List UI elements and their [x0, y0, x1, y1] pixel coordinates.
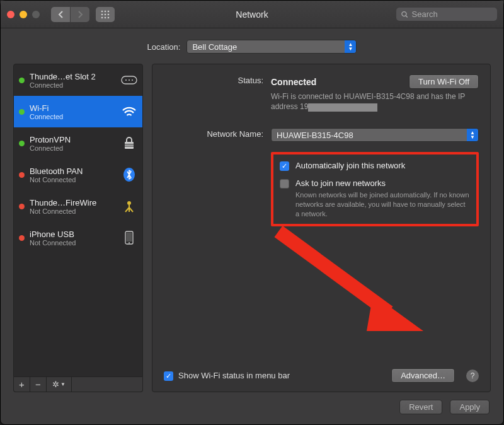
- remove-service-button[interactable]: −: [30, 377, 47, 392]
- bottom-row: ✓ Show Wi-Fi status in menu bar Advanced…: [164, 368, 479, 383]
- ask-join-label: Ask to join new networks: [295, 178, 470, 188]
- wifi-toggle-button[interactable]: Turn Wi-Fi Off: [409, 74, 479, 89]
- arrow-annotation-icon: [266, 219, 430, 345]
- search-icon: [401, 11, 408, 18]
- ask-join-row[interactable]: Ask to join new networks Known networks …: [280, 178, 470, 219]
- status-description: Wi-Fi is connected to HUAWEI-B315-4C98 a…: [271, 91, 479, 112]
- auto-join-label: Automatically join this network: [295, 161, 405, 170]
- status-row: Status: Connected Turn Wi-Fi Off Wi-Fi i…: [164, 74, 479, 112]
- select-stepper-icon: ▲▼: [467, 129, 478, 141]
- sidebar-item-label: iPhone USB: [30, 230, 116, 239]
- forward-button: [71, 7, 89, 22]
- help-button[interactable]: ?: [466, 370, 479, 382]
- status-dot-icon: [19, 235, 25, 241]
- body: Thunde…et Slot 2 Connected Wi-Fi Connect…: [1, 64, 503, 392]
- svg-point-12: [125, 79, 127, 81]
- network-services-list: Thunde…et Slot 2 Connected Wi-Fi Connect…: [13, 64, 143, 377]
- sidebar-item-protonvpn[interactable]: ProtonVPN Connected: [14, 127, 142, 159]
- svg-point-5: [108, 13, 110, 15]
- status-dot-icon: [19, 204, 25, 209]
- apply-button[interactable]: Apply: [450, 400, 490, 414]
- firewire-icon: [121, 198, 137, 214]
- sidebar-item-label: Thunde…et Slot 2: [30, 72, 116, 81]
- status-dot-icon: [19, 78, 25, 83]
- sidebar-wrap: Thunde…et Slot 2 Connected Wi-Fi Connect…: [13, 64, 143, 392]
- sidebar-item-status: Not Connected: [30, 239, 116, 247]
- svg-point-9: [402, 11, 406, 16]
- network-name-value: HUAWEI-B315-4C98: [277, 131, 353, 140]
- status-dot-icon: [19, 172, 25, 178]
- show-menu-label: Show Wi-Fi status in menu bar: [178, 371, 290, 380]
- svg-rect-24: [127, 233, 132, 242]
- svg-point-2: [108, 10, 110, 12]
- minimize-window-button[interactable]: [20, 11, 27, 18]
- sidebar-item-label: ProtonVPN: [30, 135, 116, 144]
- ask-join-checkbox[interactable]: [280, 179, 289, 189]
- phone-icon: [121, 230, 137, 246]
- sidebar-item-status: Connected: [30, 144, 116, 152]
- auto-join-row[interactable]: ✓ Automatically join this network: [280, 161, 470, 171]
- back-button[interactable]: [51, 7, 70, 22]
- sidebar-item-firewire[interactable]: Thunde…FireWire Not Connected: [14, 190, 142, 222]
- show-all-prefs-button[interactable]: [96, 7, 115, 22]
- svg-point-1: [105, 10, 106, 12]
- network-name-label: Network Name:: [164, 128, 271, 139]
- ask-join-description: Known networks will be joined automatica…: [295, 190, 470, 219]
- svg-point-4: [105, 13, 106, 15]
- show-menu-row[interactable]: ✓ Show Wi-Fi status in menu bar: [164, 371, 290, 381]
- status-value: Connected: [271, 77, 316, 87]
- svg-point-25: [129, 242, 130, 243]
- thunderbolt-icon: [121, 72, 137, 88]
- status-dot-icon: [19, 109, 25, 115]
- svg-point-14: [132, 79, 133, 81]
- window-controls: [7, 11, 40, 18]
- svg-line-26: [278, 231, 389, 312]
- revert-button[interactable]: Revert: [399, 400, 442, 414]
- search-input[interactable]: [412, 9, 492, 19]
- sidebar-item-status: Not Connected: [30, 207, 116, 215]
- status-dot-icon: [19, 141, 25, 146]
- svg-rect-17: [125, 146, 134, 147]
- service-actions-menu[interactable]: ✲ ▼: [47, 377, 72, 392]
- location-label: Location:: [147, 42, 181, 52]
- add-service-button[interactable]: +: [14, 377, 30, 392]
- svg-point-7: [105, 16, 106, 18]
- chevron-right-icon: [77, 11, 83, 18]
- nav-buttons: [51, 7, 89, 22]
- wifi-icon: [121, 103, 137, 120]
- svg-line-10: [406, 15, 408, 17]
- zoom-window-button[interactable]: [32, 11, 40, 18]
- sidebar-item-status: Connected: [30, 113, 116, 120]
- footer: Revert Apply: [1, 392, 503, 424]
- chevron-down-icon: ▼: [60, 381, 66, 387]
- close-window-button[interactable]: [7, 11, 14, 18]
- svg-point-3: [101, 13, 103, 15]
- gear-icon: ✲: [52, 380, 59, 389]
- search-field-wrap[interactable]: [396, 8, 497, 21]
- sidebar-item-bluetooth[interactable]: Bluetooth PAN Not Connected: [14, 159, 142, 190]
- select-stepper-icon: ▲▼: [345, 40, 356, 53]
- svg-point-0: [101, 10, 103, 12]
- auto-join-checkbox[interactable]: ✓: [280, 161, 289, 171]
- svg-point-19: [127, 201, 131, 205]
- lock-icon: [121, 135, 137, 151]
- network-name-select[interactable]: HUAWEI-B315-4C98 ▲▼: [271, 128, 479, 142]
- window-title: Network: [236, 9, 268, 20]
- location-select[interactable]: Bell Cottage ▲▼: [186, 40, 357, 54]
- advanced-button[interactable]: Advanced…: [391, 368, 455, 383]
- detail-panel: Status: Connected Turn Wi-Fi Off Wi-Fi i…: [152, 64, 491, 392]
- svg-rect-15: [125, 142, 134, 149]
- network-name-row: Network Name: HUAWEI-B315-4C98 ▲▼: [164, 128, 479, 142]
- sidebar-toolbar: + − ✲ ▼: [13, 377, 143, 392]
- sidebar-item-wifi[interactable]: Wi-Fi Connected: [14, 96, 142, 127]
- grid-icon: [101, 10, 110, 19]
- redacted-ip: [308, 103, 377, 112]
- status-label: Status:: [164, 74, 271, 85]
- svg-point-13: [129, 79, 130, 81]
- show-menu-checkbox[interactable]: ✓: [164, 371, 173, 381]
- sidebar-item-label: Thunde…FireWire: [30, 198, 116, 207]
- bluetooth-icon: [121, 166, 137, 183]
- sidebar-item-status: Connected: [30, 81, 116, 89]
- sidebar-item-iphone[interactable]: iPhone USB Not Connected: [14, 222, 142, 253]
- sidebar-item-thunderbolt[interactable]: Thunde…et Slot 2 Connected: [14, 64, 142, 96]
